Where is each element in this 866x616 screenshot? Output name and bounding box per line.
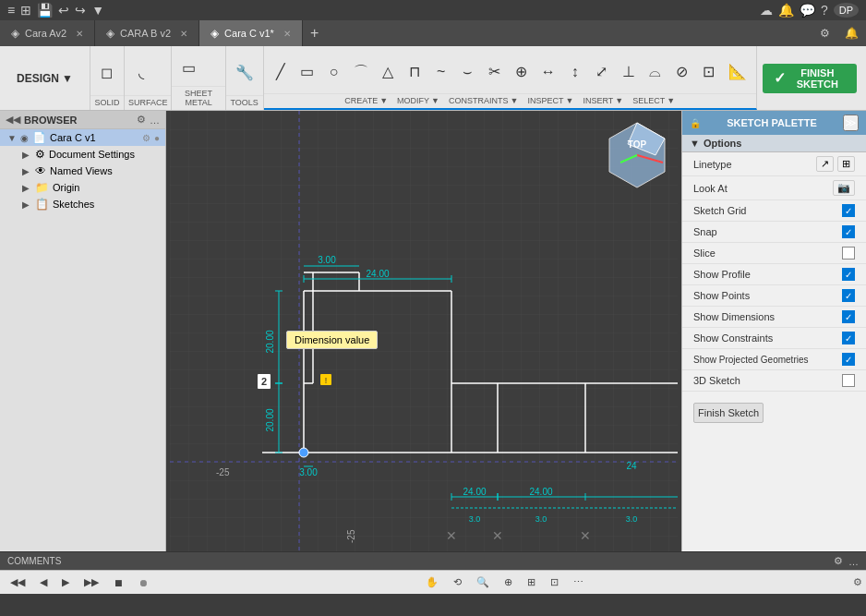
finish-sketch-palette-button[interactable]: Finish Sketch [693, 403, 764, 423]
sketch-spline-btn[interactable]: ~ [428, 61, 454, 83]
solid-btn[interactable]: ◻ [94, 62, 120, 84]
tree-item-named-views[interactable]: ▶ 👁 Named Views [0, 163, 165, 179]
tab-cara-av2[interactable]: ◈ Cara Av2 ✕ [0, 20, 95, 46]
3d-sketch-checkbox[interactable] [842, 374, 855, 387]
select-chevron-icon: ▼ [667, 96, 675, 105]
add-tab-button[interactable]: + [303, 20, 326, 46]
redo-icon[interactable]: ↪ [75, 3, 86, 18]
nav-play-btn[interactable]: ▶ [55, 574, 76, 591]
help-icon[interactable]: ? [821, 3, 828, 18]
chat-icon[interactable]: 💬 [800, 3, 815, 18]
tree-gear-0[interactable]: ⚙ [142, 133, 150, 143]
sketch-trim-btn[interactable]: ✂ [482, 61, 508, 83]
canvas-area[interactable]: 3.00 24.00 20.00 20.00 3.00 [166, 111, 681, 551]
slice-checkbox[interactable] [842, 247, 855, 260]
tree-item-sketches[interactable]: ▶ 📋 Sketches [0, 196, 165, 212]
grid-view-btn[interactable]: ⊞ [521, 574, 542, 591]
sketch-mirror-btn[interactable]: ↔ [535, 61, 561, 83]
sketch-conic-btn[interactable]: ⌣ [455, 61, 481, 83]
comments-settings-btn[interactable]: ⚙ [834, 555, 843, 567]
save-icon[interactable]: 💾 [37, 3, 53, 18]
notification-icon[interactable]: 🔔 [837, 20, 866, 46]
inspect-label: INSPECT [527, 96, 563, 105]
show-profile-label: Show Profile [693, 269, 751, 280]
tab-close-1[interactable]: ✕ [76, 29, 83, 39]
cloud-icon[interactable]: ☁ [760, 3, 773, 18]
sheet-metal-btn[interactable]: ▭ [175, 57, 201, 79]
bottom-toolbar: ◀◀ ◀ ▶ ▶▶ ⏹ ⏺ ✋ ⟲ 🔍 ⊕ ⊞ ⊡ ⋯ ⚙ [0, 570, 866, 594]
sketch-offset-btn[interactable]: ⤢ [589, 61, 615, 83]
nav-last-btn[interactable]: ⏹ [107, 574, 130, 591]
palette-row-show-projected: Show Projected Geometries ✓ [682, 349, 866, 370]
nav-next-btn[interactable]: ▶▶ [78, 574, 105, 591]
tools-btn[interactable]: 🔧 [230, 62, 259, 84]
snap-checkbox[interactable]: ✓ [842, 225, 855, 238]
show-constraints-checkbox[interactable]: ✓ [842, 332, 855, 344]
sketch-tool-btn[interactable]: ⊡ [696, 61, 722, 83]
sketch-dim-btn[interactable]: ↕ [562, 61, 588, 83]
palette-header: 🔒 SKETCH PALETTE ≫ [682, 111, 866, 135]
tree-gear-icon-1: ⚙ [35, 148, 45, 161]
surface-btn[interactable]: ◟ [128, 62, 154, 84]
tab-close-2[interactable]: ✕ [180, 29, 187, 39]
orbit-btn[interactable]: ⟲ [447, 574, 468, 591]
look-at-btn[interactable]: 📷 [833, 180, 855, 196]
tree-dot-0[interactable]: ● [154, 133, 160, 143]
show-profile-checkbox[interactable]: ✓ [842, 268, 855, 281]
sketch-project-btn[interactable]: ⊕ [509, 61, 535, 83]
sketch-polygon-btn[interactable]: △ [375, 61, 401, 83]
design-dropdown-button[interactable]: DESIGN ▼ [7, 68, 82, 89]
nav-first-btn[interactable]: ◀◀ [4, 574, 31, 591]
tab-label-1: Cara Av2 [25, 28, 66, 39]
palette-section-header-options[interactable]: ▼ Options [682, 135, 866, 152]
viewport-cube[interactable]: TOP [600, 118, 674, 192]
palette-row-snap: Snap ✓ [682, 222, 866, 243]
sketch-circle-btn[interactable]: ○ [321, 61, 347, 83]
tree-item-doc-settings[interactable]: ▶ ⚙ Document Settings [0, 146, 165, 163]
display-btn[interactable]: ⊡ [544, 574, 565, 591]
comments-collapse-btn[interactable]: … [848, 556, 859, 567]
tab-cara-cv1[interactable]: ◈ Cara C v1* ✕ [199, 20, 303, 46]
browser-collapse-btn[interactable]: ◀◀ [6, 114, 20, 126]
show-projected-checkbox[interactable]: ✓ [842, 353, 855, 366]
sketch-slot-btn[interactable]: ⊓ [402, 61, 427, 83]
more-btn[interactable]: ⋯ [567, 574, 590, 591]
sketch-measure-btn[interactable]: 📐 [723, 61, 752, 83]
pan-btn[interactable]: ✋ [419, 574, 445, 591]
tree-arrow-4: ▶ [22, 199, 31, 210]
sketch-grid-checkbox[interactable]: ✓ [842, 204, 855, 217]
zoom-fit-btn[interactable]: ⊕ [498, 574, 519, 591]
zoom-btn[interactable]: 🔍 [470, 574, 496, 591]
bell-icon[interactable]: 🔔 [778, 3, 794, 18]
palette-collapse-btn[interactable]: ≫ [843, 115, 859, 131]
tree-item-cara-c[interactable]: ▼ ◉ 📄 Cara C v1 ⚙ ● [0, 129, 165, 146]
sketch-curve-btn[interactable]: ⌓ [643, 61, 668, 83]
show-dimensions-checkbox[interactable]: ✓ [842, 310, 855, 323]
tree-visibility-0[interactable]: ◉ [20, 133, 29, 143]
user-avatar[interactable]: DP [834, 3, 859, 18]
sketch-arc-btn[interactable]: ⌒ [348, 61, 374, 83]
browser-more-btn[interactable]: … [150, 114, 160, 126]
tab-cara-bv2[interactable]: ◈ CARA B v2 ✕ [95, 20, 199, 46]
nav-prev-btn[interactable]: ◀ [33, 574, 54, 591]
undo-icon[interactable]: ↩ [58, 3, 69, 18]
tree-arrow-0: ▼ [7, 133, 17, 143]
sketch-fix-btn[interactable]: ⊥ [616, 61, 642, 83]
linetype-btn1[interactable]: ↗ [816, 156, 834, 172]
grid-icon[interactable]: ⊞ [20, 3, 31, 18]
settings-icon[interactable]: ⚙ [812, 20, 837, 46]
sketch-rect-btn[interactable]: ▭ [295, 61, 320, 83]
sketch-line-btn[interactable]: ╱ [268, 61, 294, 83]
tree-item-origin[interactable]: ▶ 📁 Origin [0, 179, 165, 196]
tab-close-3[interactable]: ✕ [283, 29, 291, 39]
linetype-btn2[interactable]: ⊞ [837, 156, 855, 172]
finish-sketch-label: FINISH SKETCH [789, 67, 846, 90]
finish-sketch-button[interactable]: ✓ FINISH SKETCH [763, 64, 857, 93]
menu-icon[interactable]: ≡ [7, 3, 15, 18]
nav-record-btn[interactable]: ⏺ [132, 574, 155, 591]
browser-settings-btn[interactable]: ⚙ [137, 114, 146, 126]
dropdown-icon[interactable]: ▼ [91, 3, 104, 18]
bottom-settings-btn[interactable]: ⚙ [853, 576, 862, 588]
show-points-checkbox[interactable]: ✓ [842, 289, 855, 302]
sketch-point-btn[interactable]: ⊘ [669, 61, 695, 83]
